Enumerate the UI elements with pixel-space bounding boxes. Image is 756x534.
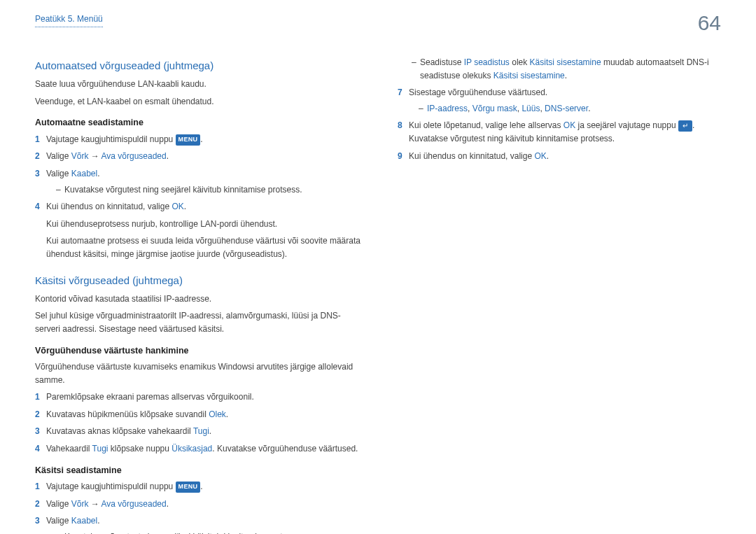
sub-bullet: Kuvatakse võrgutest ning seejärel käivit… — [56, 183, 364, 197]
text: → — [89, 499, 102, 509]
text: Vajutage kaugjuhtimispuldil nuppu — [46, 482, 176, 491]
text: → — [89, 151, 102, 161]
text: Valige — [46, 151, 71, 161]
step-2: 2 Kuvatavas hüpikmenüüs klõpsake suvandi… — [35, 408, 364, 421]
enter-icon: ↵ — [678, 120, 692, 132]
text: Vajutage kaugjuhtimispuldil nuppu — [46, 134, 176, 144]
text: Veenduge, et LAN-kaabel on esmalt ühenda… — [35, 95, 364, 108]
link-ip-seadistus: IP seadistus — [464, 57, 510, 67]
subheading-manual-setup: Käsitsi seadistamine — [35, 464, 364, 477]
heading-auto-network: Automaatsed võrguseaded (juhtmega) — [35, 57, 364, 73]
step-1: 1Paremklõpsake ekraani paremas allservas… — [35, 391, 364, 404]
text: . — [226, 409, 228, 419]
text: . — [588, 104, 590, 113]
note: Kui automaatne protsess ei suuda leida v… — [46, 234, 364, 260]
text: ja seejärel vajutage nuppu — [575, 120, 678, 130]
text: Vahekaardil — [46, 444, 92, 454]
text: . — [200, 134, 202, 144]
text: Paremklõpsake ekraani paremas allservas … — [46, 392, 254, 402]
link-kaabel: Kaabel — [71, 169, 97, 178]
text: . — [565, 71, 567, 80]
step-3: 3 Valige Kaabel. Kuvatakse võrgutest nin… — [35, 167, 364, 196]
text: . — [200, 482, 202, 491]
text: Valige — [46, 516, 71, 526]
link-ip-aadress: IP-aadress — [427, 104, 468, 113]
text: Seadistuse — [420, 57, 464, 67]
step-4: 4 Vahekaardil Tugi klõpsake nuppu Üksika… — [35, 442, 364, 456]
sub-bullet: Seadistuse IP seadistus olek Käsitsi sis… — [412, 56, 721, 82]
text: . — [184, 202, 186, 211]
link-vork: Võrk — [71, 151, 89, 161]
text: Kontorid võivad kasutada staatilisi IP-a… — [35, 293, 364, 306]
link-kasitsi-sisestamine: Käsitsi sisestamine — [530, 57, 601, 67]
text: Kuvatavas hüpikmenüüs klõpsake suvandil — [46, 409, 209, 419]
text: Võrguühenduse väärtuste kuvamiseks enami… — [35, 360, 364, 386]
text: . — [547, 151, 549, 161]
step-1: 1 Vajutage kaugjuhtimispuldil nuppu MENU… — [35, 480, 364, 493]
link-dns-server: DNS-server — [545, 104, 588, 113]
text: Kui ühendus on kinnitatud, valige — [409, 151, 534, 161]
text: Kui olete lõpetanud, valige lehe allserv… — [409, 120, 564, 130]
text: . — [209, 426, 211, 436]
text: Kuvatavas aknas klõpsake vahekaardil — [46, 426, 193, 436]
menu-badge: MENU — [176, 134, 201, 146]
step-3: 3 Kuvatavas aknas klõpsake vahekaardil T… — [35, 425, 364, 438]
link-ava-vorguseaded: Ava võrguseaded — [102, 499, 167, 509]
step-2: 2 Valige Võrk → Ava võrguseaded. — [35, 498, 364, 511]
link-ava-vorguseaded: Ava võrguseaded — [102, 151, 167, 161]
text: Valige — [46, 169, 71, 178]
link-tugi: Tugi — [92, 444, 108, 454]
step-1: 1 Vajutage kaugjuhtimispuldil nuppu MENU… — [35, 133, 364, 146]
step-9: 9 Kui ühendus on kinnitatud, valige OK. — [398, 150, 721, 163]
link-olek: Olek — [209, 409, 226, 419]
step-4: 4 Kui ühendus on kinnitatud, valige OK. — [35, 200, 364, 213]
text: . — [97, 169, 99, 178]
text: Saate luua võrguühenduse LAN-kaabli kaud… — [35, 78, 364, 91]
link-ok: OK — [564, 120, 575, 130]
link-vork: Võrk — [71, 499, 89, 509]
step-3: 3 Valige Kaabel. Kuvatakse võrgutest nin… — [35, 514, 364, 534]
text: . — [167, 499, 169, 509]
link-vorgu-mask: Võrgu mask — [472, 104, 517, 113]
step-8: 8 Kui olete lõpetanud, valige lehe allse… — [398, 119, 721, 145]
text: Sisestage võrguühenduse väärtused. — [409, 87, 547, 97]
breadcrumb[interactable]: Peatükk 5. Menüü — [35, 13, 103, 27]
text: . — [97, 516, 99, 526]
sub-bullet: Kuvatakse võrgutest ning seejärel käivit… — [56, 531, 364, 534]
step-7: 7 Sisestage võrguühenduse väärtused. IP-… — [398, 86, 721, 115]
menu-badge: MENU — [176, 482, 201, 493]
link-kaabel: Kaabel — [71, 516, 97, 526]
text: klõpsake nuppu — [108, 444, 172, 454]
subheading-get-values: Võrguühenduse väärtuste hankimine — [35, 344, 364, 358]
link-ok: OK — [534, 151, 546, 161]
heading-manual-network: Käsitsi võrguseaded (juhtmega) — [35, 272, 364, 288]
link-kasitsi-sisestamine: Käsitsi sisestamine — [493, 71, 565, 80]
text: olek — [510, 57, 530, 67]
text: Kui ühendus on kinnitatud, valige — [46, 202, 172, 211]
subheading-auto-setup: Automaatne seadistamine — [35, 116, 364, 129]
link-ok: OK — [172, 202, 183, 211]
sub-bullet: IP-aadress, Võrgu mask, Lüüs, DNS-server… — [419, 102, 721, 115]
note: Kui ühenduseprotsess nurjub, kontrollige… — [46, 218, 364, 231]
link-luus: Lüüs — [522, 104, 540, 113]
page-number: 64 — [698, 13, 721, 34]
step-2: 2 Valige Võrk → Ava võrguseaded. — [35, 150, 364, 163]
text: . — [167, 151, 169, 161]
text: . Kuvatakse võrguühenduse väärtused. — [212, 444, 358, 454]
link-tugi: Tugi — [193, 426, 209, 436]
text: Sel juhul küsige võrguadministraatorilt … — [35, 309, 364, 335]
link-uksikasjad: Üksikasjad — [172, 444, 212, 454]
text: Valige — [46, 499, 71, 509]
text: , — [468, 104, 472, 113]
